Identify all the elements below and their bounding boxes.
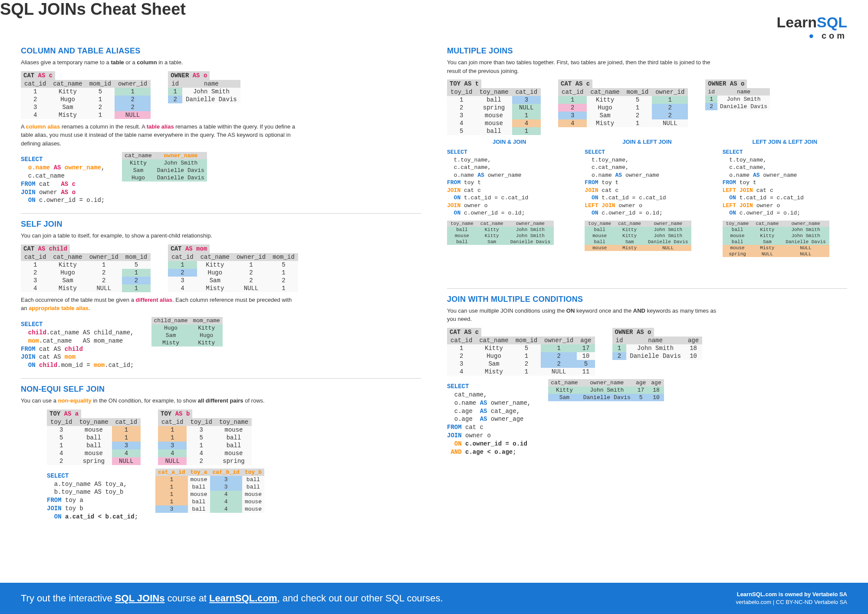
right-column: MULTIPLE JOINS You can join more than tw… bbox=[447, 40, 847, 528]
nonequi-heading: NON-EQUI SELF JOIN bbox=[21, 385, 421, 394]
nonequi-result: cat_a_idtoy_acat_b_idtoy_b1mouse3ball1ba… bbox=[155, 469, 264, 513]
multi-owner-table: idname1John Smith2Danielle Davis bbox=[705, 88, 770, 110]
footer-left: Try out the interactive SQL JOINs course… bbox=[21, 593, 443, 604]
mom-table: cat_idcat_nameowner_idmom_id1Kitty152Hug… bbox=[168, 253, 298, 292]
owner-table: idname1John Smith2Danielle Davis bbox=[168, 80, 240, 103]
aliases-heading: COLUMN AND TABLE ALIASES bbox=[21, 46, 421, 56]
cat-table-block: CAT AS c cat_idcat_namemom_idowner_id1Ki… bbox=[21, 71, 151, 119]
footer-right: LearnSQL.com is owned by Vertabelo SA ve… bbox=[736, 591, 848, 606]
toy-b-table: cat_idtoy_idtoy_name13mouse15ball31ball4… bbox=[158, 418, 252, 465]
aliases-desc2: A column alias renames a column in the r… bbox=[21, 122, 299, 148]
selfjoin-result: child_namemom_nameHugoKittySamHugoMistyK… bbox=[151, 317, 223, 347]
multi-cat-table: cat_idcat_namemom_idowner_id1Kitty512Hug… bbox=[558, 88, 688, 127]
multicond-owner-table: idnameage1John Smith182Danielle Davis10 bbox=[612, 337, 703, 360]
aliases-result: cat_nameowner_nameKittyJohn SmithSamDani… bbox=[122, 152, 207, 182]
toy-a-table: toy_idtoy_namecat_id3mouse15ball11ball34… bbox=[47, 418, 141, 465]
left-column: COLUMN AND TABLE ALIASES Aliases give a … bbox=[21, 40, 421, 528]
nonequi-code: SELECT a.toy_name AS toy_a, b.toy_name A… bbox=[47, 472, 138, 521]
selfjoin-desc1: You can join a table to itself, for exam… bbox=[21, 231, 299, 240]
multicond-cat-table: cat_idcat_namemom_idowner_idage1Kitty511… bbox=[447, 337, 595, 376]
selfjoin-heading: SELF JOIN bbox=[21, 220, 421, 229]
page-title: SQL JOINs Cheat Sheet bbox=[0, 0, 868, 19]
footer-link-learnsql[interactable]: LearnSQL.com bbox=[209, 593, 277, 604]
join-variant: LEFT JOIN & LEFT JOINSELECT t.toy_name, … bbox=[723, 139, 847, 257]
multicond-heading: JOIN WITH MULTIPLE CONDITIONS bbox=[447, 295, 847, 304]
aliases-desc1: Aliases give a temporary name to a table… bbox=[21, 58, 299, 67]
multiple-heading: MULTIPLE JOINS bbox=[447, 46, 847, 56]
selfjoin-code: SELECT child.cat_name AS child_name, mom… bbox=[21, 320, 134, 370]
join-variant: JOIN & LEFT JOINSELECT t.toy_name, c.cat… bbox=[585, 139, 709, 257]
cat-table: cat_idcat_namemom_idowner_id1Kitty512Hug… bbox=[21, 80, 151, 119]
footer-link-joins[interactable]: SQL JOINs bbox=[115, 593, 165, 604]
footer: Try out the interactive SQL JOINs course… bbox=[0, 583, 868, 614]
selfjoin-desc2: Each occurrence of the table must be giv… bbox=[21, 296, 299, 313]
multicond-desc: You can use multiple JOIN conditions usi… bbox=[447, 307, 725, 324]
multi-toy-table: toy_idtoy_namecat_id1ball32springNULL3mo… bbox=[447, 88, 541, 135]
child-table: cat_idcat_nameowner_idmom_id1Kitty152Hug… bbox=[21, 253, 151, 292]
multiple-desc: You can join more than two tables togeth… bbox=[447, 58, 725, 75]
nonequi-desc: You can use a non-equality in the ON con… bbox=[21, 396, 299, 405]
aliases-code: SELECT o.name AS owner_name, c.cat_name … bbox=[21, 155, 105, 205]
owner-table-block: OWNER AS o idname1John Smith2Danielle Da… bbox=[168, 71, 240, 103]
join-variant: JOIN & JOINSELECT t.toy_name, c.cat_name… bbox=[447, 139, 572, 257]
multicond-code: SELECT cat_name, o.name AS owner_name, c… bbox=[447, 383, 531, 456]
multicond-result: cat_nameowner_nameageageKittyJohn Smith1… bbox=[548, 379, 664, 401]
logo: LearnSQL ● com bbox=[777, 14, 848, 41]
